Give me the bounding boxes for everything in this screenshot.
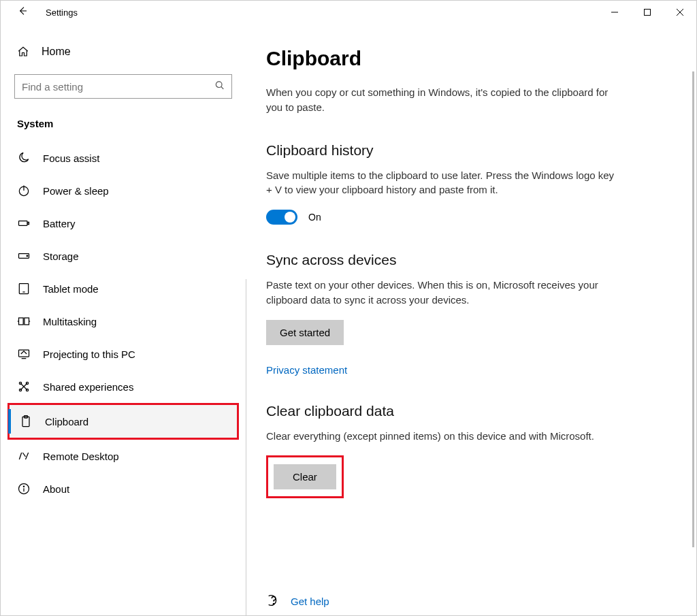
sidebar-item-label: Shared experiences bbox=[43, 381, 133, 393]
section-title-sync: Sync across devices bbox=[266, 252, 676, 268]
info-icon bbox=[17, 482, 31, 496]
section-desc-sync: Paste text on your other devices. When t… bbox=[266, 278, 620, 308]
privacy-statement-link[interactable]: Privacy statement bbox=[266, 364, 347, 376]
battery-icon bbox=[17, 216, 31, 230]
sidebar-item-home[interactable]: Home bbox=[7, 39, 239, 65]
sidebar-item-label: Projecting to this PC bbox=[43, 348, 135, 360]
sidebar-item-battery[interactable]: Battery bbox=[7, 207, 239, 240]
home-icon bbox=[17, 46, 29, 58]
sidebar-item-label: Multitasking bbox=[43, 316, 97, 327]
titlebar: Settings bbox=[1, 1, 696, 24]
sidebar-item-shared-experiences[interactable]: Shared experiences bbox=[7, 370, 239, 403]
sidebar-item-clipboard[interactable]: Clipboard bbox=[7, 403, 239, 440]
multitasking-icon bbox=[17, 314, 31, 328]
search-input[interactable] bbox=[14, 74, 232, 99]
svg-rect-14 bbox=[19, 318, 24, 325]
main-panel: Clipboard When you copy or cut something… bbox=[246, 24, 696, 615]
svg-rect-1 bbox=[645, 10, 651, 16]
sidebar-item-label: Focus assist bbox=[43, 152, 99, 164]
svg-line-5 bbox=[221, 87, 223, 89]
storage-icon bbox=[17, 249, 31, 263]
help-icon bbox=[266, 593, 281, 610]
project-icon bbox=[17, 347, 31, 361]
svg-point-11 bbox=[27, 255, 28, 257]
sidebar-item-label: Tablet mode bbox=[43, 283, 99, 295]
svg-rect-8 bbox=[19, 221, 28, 226]
toggle-label: On bbox=[308, 212, 321, 223]
section-title-clear: Clear clipboard data bbox=[266, 403, 676, 419]
sidebar-item-projecting[interactable]: Projecting to this PC bbox=[7, 338, 239, 370]
section-title-history: Clipboard history bbox=[266, 142, 676, 159]
power-icon bbox=[17, 184, 31, 197]
sidebar-item-focus-assist[interactable]: Focus assist bbox=[7, 142, 239, 174]
app-title: Settings bbox=[46, 7, 78, 18]
scrollbar[interactable] bbox=[692, 71, 694, 547]
sidebar: Home System Focus assist bbox=[1, 24, 246, 615]
close-button[interactable] bbox=[664, 1, 696, 24]
sidebar-item-label: Remote Desktop bbox=[43, 451, 119, 462]
sidebar-item-label: Power & sleep bbox=[43, 185, 109, 197]
shared-icon bbox=[17, 380, 31, 393]
sidebar-item-remote-desktop[interactable]: Remote Desktop bbox=[7, 440, 239, 472]
sidebar-item-storage[interactable]: Storage bbox=[7, 240, 239, 272]
sidebar-item-about[interactable]: About bbox=[7, 472, 239, 505]
sidebar-item-tablet-mode[interactable]: Tablet mode bbox=[7, 272, 239, 305]
page-intro: When you copy or cut something in Window… bbox=[266, 85, 620, 115]
clipboard-icon bbox=[19, 415, 33, 428]
tablet-icon bbox=[17, 282, 31, 295]
sidebar-item-label: Battery bbox=[43, 218, 76, 229]
sidebar-item-power-sleep[interactable]: Power & sleep bbox=[7, 174, 239, 207]
sidebar-item-label: Storage bbox=[43, 250, 79, 262]
svg-rect-15 bbox=[25, 318, 29, 325]
svg-rect-9 bbox=[28, 222, 29, 224]
remote-desktop-icon bbox=[17, 449, 31, 463]
back-button[interactable] bbox=[16, 5, 29, 19]
sidebar-item-label: Clipboard bbox=[45, 416, 88, 427]
section-desc-history: Save multiple items to the clipboard to … bbox=[266, 168, 620, 198]
get-help-link[interactable]: Get help bbox=[291, 596, 329, 607]
svg-point-4 bbox=[216, 82, 222, 88]
search-icon bbox=[214, 80, 225, 93]
clear-highlight-box: Clear bbox=[266, 455, 344, 498]
svg-point-28 bbox=[273, 603, 274, 604]
sidebar-item-label: Home bbox=[42, 46, 71, 58]
svg-point-27 bbox=[23, 486, 24, 487]
sidebar-item-multitasking[interactable]: Multitasking bbox=[7, 305, 239, 338]
page-title: Clipboard bbox=[266, 47, 676, 70]
clipboard-history-toggle[interactable] bbox=[266, 210, 297, 225]
clear-button[interactable]: Clear bbox=[274, 464, 336, 489]
get-started-button[interactable]: Get started bbox=[266, 320, 344, 345]
sidebar-heading: System bbox=[7, 112, 239, 142]
moon-icon bbox=[17, 151, 31, 165]
section-desc-clear: Clear everything (except pinned items) o… bbox=[266, 429, 620, 444]
maximize-button[interactable] bbox=[631, 1, 664, 24]
minimize-button[interactable] bbox=[598, 1, 631, 24]
sidebar-item-label: About bbox=[43, 483, 69, 495]
